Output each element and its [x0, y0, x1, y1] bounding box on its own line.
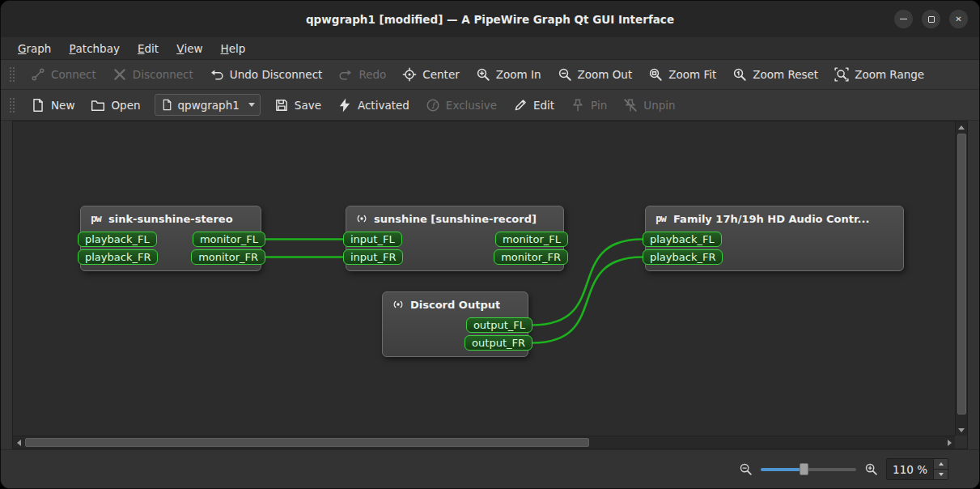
- zoom-spinbox[interactable]: 110 %: [886, 458, 948, 480]
- spin-down-icon: [939, 473, 944, 476]
- scroll-left-icon: [17, 440, 21, 446]
- spin-up-icon: [939, 462, 944, 466]
- scroll-left-button[interactable]: [13, 437, 24, 449]
- zoom-out-button[interactable]: Zoom Out: [550, 63, 640, 86]
- input-port-playback_FL[interactable]: playback_FL: [78, 232, 157, 247]
- zoom-slider[interactable]: [761, 462, 856, 477]
- maximize-icon: [928, 16, 935, 23]
- menu-patchbay[interactable]: Patchbay: [60, 37, 129, 59]
- scrollbar-corner: [955, 436, 967, 449]
- scroll-up-button[interactable]: [956, 121, 967, 133]
- connect-icon: [31, 67, 45, 82]
- input-port-input_FR[interactable]: input_FR: [343, 249, 403, 265]
- horizontal-scroll-track[interactable]: [24, 436, 944, 449]
- minimize-button[interactable]: [894, 10, 913, 28]
- graph-node-discord-output[interactable]: Discord Outputoutput_FLoutput_FR: [382, 291, 528, 357]
- toolbar-drag-handle[interactable]: [9, 66, 15, 83]
- edit-toggle[interactable]: Edit: [506, 94, 562, 117]
- window-controls: ✕: [894, 1, 968, 37]
- close-button[interactable]: ✕: [949, 10, 968, 28]
- menu-bar: Graph Patchbay Edit View Help: [1, 37, 979, 60]
- patchbay-combobox[interactable]: qpwgraph1: [155, 94, 261, 116]
- pipewire-icon: pw: [654, 212, 668, 225]
- exclusive-toggle[interactable]: f Exclusive: [418, 94, 504, 117]
- node-title: sink-sunshine-stereo: [108, 213, 233, 225]
- scroll-right-button[interactable]: [944, 437, 955, 449]
- zoom-in-icon[interactable]: [864, 462, 878, 476]
- graph-node-family-audio[interactable]: pwFamily 17h/19h HD Audio Contr...playba…: [645, 206, 904, 271]
- output-port-monitor_FR[interactable]: monitor_FR: [191, 249, 265, 265]
- redo-button[interactable]: Redo: [331, 63, 393, 86]
- status-bar: 110 %: [1, 449, 979, 488]
- undo-button[interactable]: Undo Disconnect: [202, 63, 330, 86]
- scroll-down-button[interactable]: [956, 424, 967, 436]
- pin-button[interactable]: Pin: [563, 94, 614, 117]
- zoom-fit-button[interactable]: Zoom Fit: [641, 63, 723, 86]
- minimize-icon: [900, 19, 907, 20]
- save-patchbay-button[interactable]: Save: [267, 94, 329, 117]
- vertical-scrollbar[interactable]: [955, 121, 967, 436]
- open-folder-icon: [91, 98, 105, 113]
- menu-view[interactable]: View: [168, 37, 211, 59]
- exclusive-icon: f: [426, 98, 440, 113]
- spin-down-button[interactable]: [934, 469, 948, 479]
- center-icon: [402, 67, 417, 82]
- graph-viewport: pwsink-sunshine-stereoplayback_FLplaybac…: [12, 121, 968, 449]
- vertical-scroll-track[interactable]: [956, 133, 967, 424]
- pin-icon: [571, 98, 585, 113]
- activated-toggle[interactable]: Activated: [330, 94, 417, 117]
- patchbay-file-icon: [161, 99, 173, 111]
- scroll-up-icon: [958, 125, 965, 130]
- unpin-button[interactable]: Unpin: [616, 94, 682, 117]
- window-title: qpwgraph1 [modified] — A PipeWire Graph …: [306, 13, 674, 26]
- zoom-value: 110 %: [887, 459, 933, 479]
- input-port-playback_FL[interactable]: playback_FL: [643, 232, 722, 247]
- app-window: qpwgraph1 [modified] — A PipeWire Graph …: [0, 0, 980, 489]
- node-title: Family 17h/19h HD Audio Contr...: [673, 213, 869, 225]
- zoom-range-button[interactable]: Zoom Range: [827, 63, 931, 86]
- input-port-playback_FR[interactable]: playback_FR: [643, 249, 723, 265]
- vertical-scroll-thumb[interactable]: [957, 134, 966, 415]
- input-port-input_FL[interactable]: input_FL: [343, 232, 402, 247]
- zoom-slider-handle[interactable]: [800, 463, 808, 475]
- maximize-button[interactable]: [922, 10, 940, 28]
- pipewire-icon: pw: [89, 212, 103, 225]
- node-title: sunshine [sunshine-record]: [374, 213, 537, 225]
- menu-graph[interactable]: Graph: [9, 37, 60, 59]
- close-icon: ✕: [955, 15, 961, 23]
- graph-node-sunshine[interactable]: sunshine [sunshine-record]input_FLinput_…: [346, 206, 564, 271]
- output-port-monitor_FL[interactable]: monitor_FL: [495, 232, 568, 247]
- new-file-icon: [31, 98, 45, 113]
- menu-help[interactable]: Help: [211, 37, 254, 59]
- zoom-spin-buttons: [933, 459, 948, 479]
- output-port-output_FR[interactable]: output_FR: [465, 335, 532, 351]
- horizontal-scrollbar[interactable]: [13, 436, 955, 449]
- horizontal-scroll-thumb[interactable]: [25, 438, 589, 447]
- menu-edit[interactable]: Edit: [129, 37, 168, 59]
- center-button[interactable]: Center: [395, 63, 466, 86]
- redo-icon: [338, 67, 353, 82]
- output-port-output_FL[interactable]: output_FL: [466, 317, 532, 333]
- connections-layer: [13, 121, 955, 436]
- graph-node-sink-sunshine-stereo[interactable]: pwsink-sunshine-stereoplayback_FLplaybac…: [80, 206, 261, 271]
- zoom-in-button[interactable]: Zoom In: [469, 63, 549, 86]
- new-patchbay-button[interactable]: New: [23, 94, 82, 117]
- open-patchbay-button[interactable]: Open: [83, 94, 147, 117]
- input-port-playback_FR[interactable]: playback_FR: [78, 249, 158, 265]
- node-title: Discord Output: [410, 299, 500, 311]
- graph-view-area: pwsink-sunshine-stereoplayback_FLplaybac…: [1, 121, 979, 449]
- toolbar-drag-handle[interactable]: [9, 96, 15, 114]
- audio-stream-icon: [391, 298, 405, 311]
- pencil-icon: [513, 98, 528, 113]
- save-icon: [274, 98, 289, 113]
- graph-canvas[interactable]: pwsink-sunshine-stereoplayback_FLplaybac…: [13, 121, 955, 436]
- spin-up-button[interactable]: [934, 459, 948, 469]
- disconnect-button[interactable]: Disconnect: [105, 63, 201, 86]
- zoom-out-icon[interactable]: [739, 462, 753, 476]
- output-port-monitor_FR[interactable]: monitor_FR: [494, 249, 568, 265]
- zoom-reset-button[interactable]: Zoom Reset: [725, 63, 825, 86]
- connect-button[interactable]: Connect: [23, 63, 104, 86]
- output-port-monitor_FL[interactable]: monitor_FL: [193, 232, 265, 247]
- title-bar[interactable]: qpwgraph1 [modified] — A PipeWire Graph …: [1, 1, 979, 37]
- unpin-icon: [623, 98, 638, 113]
